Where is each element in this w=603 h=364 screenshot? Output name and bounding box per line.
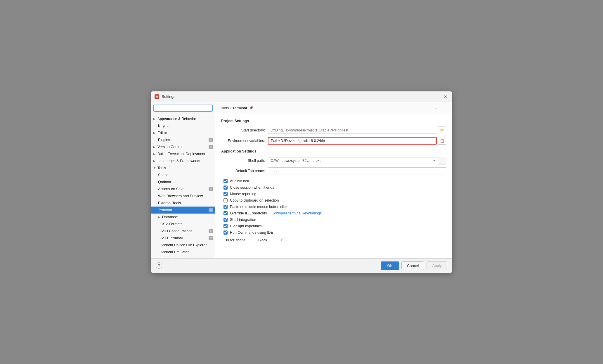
- expand-icon: ▶: [153, 117, 156, 120]
- sidebar-item-label: Tools: [157, 166, 166, 170]
- panel-header: Tools › Terminal 📌 ← →: [215, 102, 452, 114]
- sidebar-item-ssh-terminal[interactable]: SSH Terminal ⚙: [151, 235, 215, 242]
- expand-icon: ▶: [153, 131, 156, 134]
- highlight-hyperlinks-checkbox[interactable]: [223, 224, 228, 228]
- override-ide-label: Override IDE shortcuts: [230, 211, 267, 215]
- sidebar-item-editor[interactable]: ▶ Editor: [151, 129, 215, 136]
- sidebar-item-csv[interactable]: CSV Formats: [151, 221, 215, 228]
- sidebar-item-code-with-me[interactable]: Code With Me: [151, 256, 215, 258]
- vc-badge: ⚙: [209, 145, 213, 149]
- sidebar-item-android-device[interactable]: Android Device File Explorer: [151, 242, 215, 249]
- apply-button[interactable]: Apply: [427, 261, 447, 270]
- cursor-shape-label: Cursor shape:: [223, 238, 256, 242]
- audible-bell-label: Audible bell: [230, 179, 249, 183]
- highlight-hyperlinks-row: Highlight hyperlinks: [221, 224, 446, 228]
- breadcrumb-parent: Tools: [220, 106, 229, 110]
- run-commands-checkbox[interactable]: [223, 230, 228, 235]
- ok-button[interactable]: OK: [381, 261, 399, 270]
- highlight-hyperlinks-label: Highlight hyperlinks: [230, 224, 261, 228]
- settings-dialog: A Settings ✕ ▶ Appearance & Behavior: [151, 91, 452, 273]
- configure-keybindings-link[interactable]: Configure terminal keybindings: [271, 211, 322, 215]
- sidebar-item-tools[interactable]: ▼ Tools: [151, 164, 215, 171]
- env-variables-input[interactable]: [268, 138, 436, 144]
- cursor-row: Cursor shape: Block Underline Bar ▼: [221, 237, 446, 243]
- cursor-shape-select[interactable]: Block Underline Bar: [256, 237, 285, 243]
- copy-clipboard-row: Copy to clipboard on selection: [221, 198, 446, 202]
- shell-path-browse-button[interactable]: ...: [438, 157, 446, 164]
- expand-icon: ▶: [153, 152, 156, 155]
- shell-path-input[interactable]: [268, 157, 438, 164]
- sidebar-item-label: Keymap: [158, 124, 171, 128]
- expand-icon: ▶: [153, 160, 156, 162]
- shell-integration-checkbox[interactable]: [223, 218, 228, 222]
- sidebar-item-build[interactable]: ▶ Build, Execution, Deployment: [151, 150, 215, 157]
- start-directory-label: Start directory:: [221, 128, 268, 132]
- close-button[interactable]: ✕: [443, 94, 448, 100]
- sidebar-item-languages[interactable]: ▶ Languages & Frameworks: [151, 157, 215, 164]
- ssh-cfg-badge: ⚙: [209, 229, 213, 233]
- close-session-label: Close session when it ends: [230, 186, 274, 190]
- copy-clipboard-checkbox[interactable]: [223, 198, 228, 202]
- nav-forward-button[interactable]: →: [441, 105, 447, 111]
- sidebar-item-external-tools[interactable]: External Tools: [151, 200, 215, 207]
- search-input[interactable]: [153, 105, 213, 112]
- override-ide-checkbox[interactable]: [223, 211, 228, 215]
- paste-middle-checkbox[interactable]: [223, 205, 228, 209]
- sidebar-item-label: Actions on Save: [158, 187, 184, 191]
- sidebar-item-label: Languages & Frameworks: [157, 159, 200, 163]
- sidebar-item-label: External Tools: [158, 201, 181, 205]
- dialog-title: Settings: [162, 94, 175, 99]
- shell-path-control: ▼ ...: [268, 157, 446, 164]
- start-directory-control: 📁: [268, 126, 446, 134]
- help-button[interactable]: ?: [156, 262, 162, 269]
- sidebar-item-label: Web Browsers and Preview: [158, 194, 203, 198]
- env-variables-label: Environment variables:: [221, 139, 268, 143]
- default-tab-input[interactable]: [268, 167, 446, 174]
- paste-middle-row: Paste on middle mouse button click: [221, 205, 446, 209]
- nav-back-button[interactable]: ←: [433, 105, 440, 111]
- run-commands-label: Run Commands using IDE: [230, 230, 273, 235]
- sidebar-item-ssh-config[interactable]: SSH Configurations ⚙: [151, 228, 215, 235]
- start-directory-input[interactable]: [268, 127, 437, 134]
- mouse-reporting-label: Mouse reporting: [230, 192, 256, 196]
- close-session-checkbox[interactable]: [223, 186, 228, 190]
- search-box: [151, 102, 215, 114]
- sidebar-item-space[interactable]: Space: [151, 171, 215, 178]
- sidebar-item-actions-on-save[interactable]: Actions on Save ⚙: [151, 186, 215, 193]
- audible-bell-checkbox[interactable]: [223, 179, 228, 183]
- ssh-term-badge: ⚙: [209, 236, 213, 240]
- sidebar-item-label: Plugins: [158, 138, 170, 142]
- breadcrumb: Tools › Terminal: [220, 106, 247, 110]
- plugins-badge: ⚙: [209, 138, 213, 142]
- sidebar-item-android-emulator[interactable]: Android Emulator: [151, 249, 215, 256]
- main-content: ▶ Appearance & Behavior Keymap ▶ Editor …: [151, 102, 452, 258]
- sidebar-item-version-control[interactable]: ▶ Version Control ⚙: [151, 143, 215, 150]
- sidebar-item-label: Version Control: [157, 145, 182, 149]
- sidebar-item-qodana[interactable]: Qodana: [151, 178, 215, 186]
- sidebar-item-database[interactable]: ▶ Database: [151, 214, 215, 221]
- breadcrumb-current: Terminal: [233, 106, 247, 110]
- sidebar-item-label: Space: [158, 173, 168, 177]
- sidebar-item-terminal[interactable]: Terminal ⚙: [151, 207, 215, 214]
- sidebar-item-web-browsers[interactable]: Web Browsers and Preview: [151, 193, 215, 200]
- override-ide-row: Override IDE shortcuts Configure termina…: [221, 211, 446, 215]
- mouse-reporting-checkbox[interactable]: [223, 192, 228, 196]
- title-bar-left: A Settings: [155, 94, 175, 99]
- sidebar-item-label: CSV Formats: [160, 222, 182, 226]
- cancel-button[interactable]: Cancel: [401, 261, 424, 270]
- close-session-row: Close session when it ends: [221, 186, 446, 190]
- start-directory-browse-button[interactable]: 📁: [438, 126, 446, 134]
- pin-icon[interactable]: 📌: [249, 106, 253, 110]
- sidebar: ▶ Appearance & Behavior Keymap ▶ Editor …: [151, 102, 215, 258]
- sidebar-item-label: SSH Configurations: [160, 229, 193, 233]
- env-variables-browse-button[interactable]: 📋: [438, 137, 446, 145]
- paste-middle-label: Paste on middle mouse button click: [230, 205, 287, 209]
- sidebar-item-label: Build, Execution, Deployment: [157, 152, 205, 156]
- footer-buttons: OK Cancel Apply: [381, 261, 447, 270]
- env-variables-control: 📋: [268, 137, 446, 145]
- sidebar-item-plugins[interactable]: Plugins ⚙: [151, 136, 215, 143]
- application-settings-title: Application Settings: [221, 149, 446, 153]
- sidebar-item-keymap[interactable]: Keymap: [151, 122, 215, 129]
- sidebar-item-appearance[interactable]: ▶ Appearance & Behavior: [151, 115, 215, 122]
- sidebar-item-label: Terminal: [158, 208, 172, 212]
